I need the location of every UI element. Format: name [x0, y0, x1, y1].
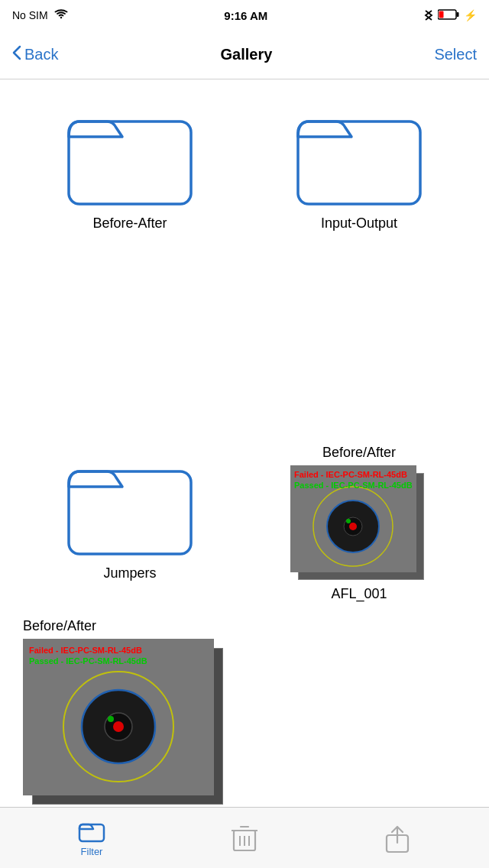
folder-icon-2 [290, 95, 428, 209]
tab-gallery-label: Filter [81, 846, 103, 857]
tab-gallery[interactable]: Filter [15, 818, 168, 857]
select-button[interactable]: Select [434, 46, 477, 63]
svg-point-14 [113, 721, 124, 732]
status-bar: No SIM 9:16 AM ⚡ [0, 0, 489, 31]
wifi-icon [54, 9, 68, 22]
status-left: No SIM [12, 9, 68, 22]
passed-label: Passed - IEC-PC-SM-RL-45dB [294, 480, 413, 491]
bottom-extra-item[interactable]: Before/After Failed - IEC-PC-SM-RL-45dB … [0, 618, 244, 807]
tab-trash[interactable] [168, 823, 321, 853]
folder-label-input-output: Input-Output [321, 215, 397, 232]
folder-icon [61, 95, 199, 209]
bluetooth-icon [424, 8, 433, 24]
svg-rect-4 [298, 121, 420, 204]
afl001-sublabel: Before/After [322, 445, 396, 461]
svg-rect-2 [439, 11, 444, 18]
folder-tab-icon [78, 818, 105, 843]
carrier-label: No SIM [12, 9, 48, 21]
nav-bar: Back Gallery Select [0, 31, 489, 79]
svg-rect-1 [457, 12, 459, 17]
folder-label-jumpers: Jumpers [103, 565, 156, 581]
page-title: Gallery [221, 46, 273, 63]
afl001-thumbnail: Failed - IEC-PC-SM-RL-45dB Passed - IEC-… [290, 465, 428, 580]
svg-point-9 [349, 523, 357, 530]
chevron-left-icon [12, 45, 21, 64]
folder-label-before-after: Before-After [92, 215, 167, 232]
bottom-passed-label: Passed - IEC-PC-SM-RL-45dB [29, 656, 147, 666]
svg-rect-3 [69, 121, 191, 204]
svg-rect-5 [69, 471, 191, 554]
bottom-sublabel: Before/After [23, 618, 96, 634]
tab-bar: Filter [0, 807, 489, 868]
share-icon [384, 823, 411, 853]
status-time: 9:16 AM [224, 9, 267, 22]
back-label: Back [24, 46, 58, 63]
tab-share[interactable] [321, 823, 474, 853]
gallery-item-input-output[interactable]: Input-Output [252, 95, 466, 422]
failed-label: Failed - IEC-PC-SM-RL-45dB [294, 469, 413, 480]
svg-point-10 [346, 519, 351, 523]
gallery-item-afl001[interactable]: Before/After Failed - IEC-PC-SM-RL-45dB … [252, 445, 466, 792]
afl001-label: AFL_001 [331, 586, 387, 602]
charging-icon: ⚡ [464, 9, 477, 21]
status-right: ⚡ [424, 8, 477, 24]
svg-point-15 [108, 716, 114, 722]
trash-icon [231, 823, 258, 853]
back-button[interactable]: Back [12, 45, 58, 64]
bottom-failed-label: Failed - IEC-PC-SM-RL-45dB [29, 645, 147, 656]
battery-icon [438, 9, 459, 22]
gallery-item-before-after[interactable]: Before-After [23, 95, 237, 422]
folder-icon-3 [61, 445, 199, 559]
